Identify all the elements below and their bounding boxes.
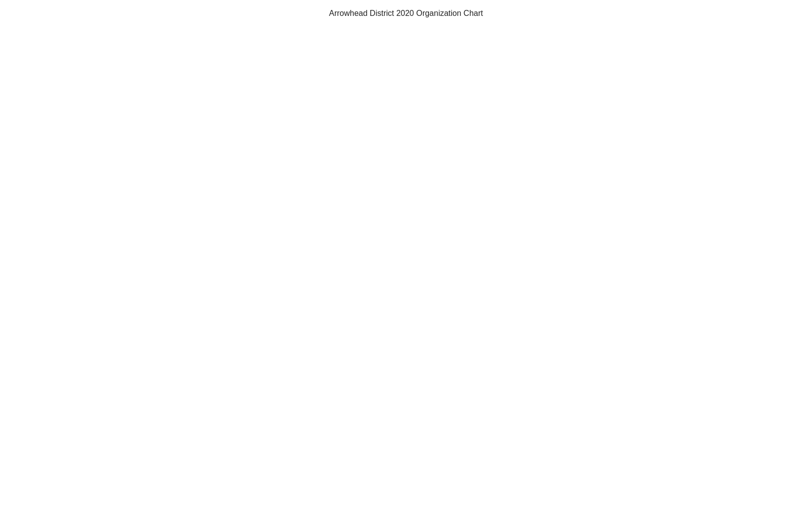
page-title: Arrowhead District 2020 Organization Cha…: [0, 0, 812, 23]
connector-lines: [13, 23, 799, 43]
org-chart: Chartered Organizations COR's Charter Or…: [13, 23, 799, 43]
